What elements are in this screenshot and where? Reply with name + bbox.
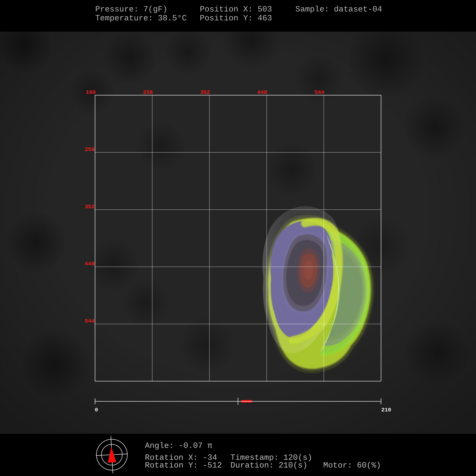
rotation-x-readout: Rotation X:-34 bbox=[145, 454, 217, 462]
pressure-readout: Pressure:7(gF) bbox=[95, 5, 168, 13]
x-tick-label: 160 bbox=[86, 89, 96, 96]
sample-readout: Sample:dataset-04 bbox=[295, 5, 382, 13]
duration-value: 210(s) bbox=[279, 461, 307, 470]
contour-blob bbox=[263, 207, 373, 373]
y-tick-label: 544 bbox=[85, 318, 95, 324]
position-x-value: 503 bbox=[257, 5, 272, 14]
x-tick-label: 352 bbox=[200, 89, 210, 96]
rotation-y-readout: Rotation Y:-512 bbox=[145, 461, 222, 469]
scan-scene: 160 256 352 448 544 256 352 448 544 0 21… bbox=[0, 32, 476, 434]
bottom-status-bar: Angle:-0.07 π Rotation X:-34 Timestamp:1… bbox=[0, 434, 476, 476]
temperature-readout: Temperature:38.5°C bbox=[95, 14, 187, 22]
position-y-label: Position Y: bbox=[200, 14, 253, 23]
timestamp-readout: Timestamp:120(s) bbox=[230, 454, 312, 462]
angle-readout: Angle:-0.07 π bbox=[145, 442, 212, 450]
blob-red-core-hot bbox=[304, 261, 313, 280]
motor-value: 60(%) bbox=[357, 461, 381, 470]
motor-label: Motor: bbox=[323, 461, 352, 470]
y-tick-label: 256 bbox=[85, 146, 95, 153]
slider-min-label: 0 bbox=[95, 407, 98, 413]
pressure-value: 7(gF) bbox=[143, 5, 168, 14]
y-tick-label: 448 bbox=[85, 261, 95, 267]
duration-label: Duration: bbox=[230, 461, 274, 470]
position-x-readout: Position X:503 bbox=[200, 5, 272, 13]
rotation-y-label: Rotation Y: bbox=[145, 461, 198, 470]
main-viewport: 160 256 352 448 544 256 352 448 544 0 21… bbox=[0, 32, 476, 434]
x-tick-label: 256 bbox=[143, 89, 153, 96]
position-y-value: 463 bbox=[257, 14, 272, 23]
compass-icon bbox=[91, 435, 132, 476]
timeline-slider[interactable]: 0 210 bbox=[95, 398, 391, 413]
rotation-y-value: -512 bbox=[203, 461, 222, 470]
position-y-readout: Position Y:463 bbox=[200, 14, 272, 22]
top-status-bar: Pressure:7(gF) Position X:503 Sample:dat… bbox=[0, 0, 476, 32]
temperature-label: Temperature: bbox=[95, 14, 153, 23]
y-tick-label: 352 bbox=[85, 204, 95, 210]
x-tick-label: 448 bbox=[257, 89, 267, 96]
position-x-label: Position X: bbox=[200, 5, 253, 14]
angle-label: Angle: bbox=[145, 441, 174, 450]
angle-value: -0.07 π bbox=[178, 441, 212, 450]
slider-max-label: 210 bbox=[381, 407, 391, 413]
pressure-label: Pressure: bbox=[95, 5, 139, 14]
x-tick-label: 544 bbox=[314, 89, 324, 96]
motor-readout: Motor:60(%) bbox=[323, 461, 381, 469]
sample-value: dataset-04 bbox=[334, 5, 382, 14]
duration-readout: Duration:210(s) bbox=[230, 461, 307, 469]
sample-label: Sample: bbox=[295, 5, 329, 14]
telemetry-screen: { "top_bar": { "pressure": {"label": "Pr… bbox=[0, 0, 476, 476]
temperature-value: 38.5°C bbox=[158, 14, 187, 23]
